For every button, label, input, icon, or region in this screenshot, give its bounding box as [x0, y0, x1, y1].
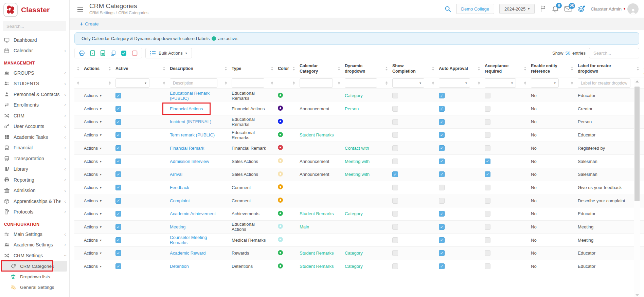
avatar[interactable]: [627, 3, 639, 15]
description-link[interactable]: Arrival: [170, 172, 182, 177]
active-checkbox[interactable]: [115, 159, 121, 164]
sort-icon[interactable]: [432, 67, 434, 71]
auto-approval-checkbox[interactable]: [439, 93, 445, 98]
show-completion-checkbox[interactable]: [392, 250, 398, 256]
filter-entity-reference-select[interactable]: ▾: [531, 78, 559, 88]
column-header-label-creator-dropdown[interactable]: Label for creator dropdown: [578, 63, 611, 74]
acceptance-required-checkbox[interactable]: [485, 198, 490, 204]
sidebar-item-academic-settings[interactable]: Academic Settings ‹: [0, 240, 69, 250]
sort-icon[interactable]: [524, 67, 526, 71]
sort-icon[interactable]: [225, 67, 227, 71]
csv-export-icon[interactable]: csv: [100, 50, 105, 56]
show-completion-checkbox[interactable]: [392, 145, 398, 151]
description-link[interactable]: Financial Remark: [170, 146, 204, 151]
bulk-actions-button[interactable]: Bulk Actions ▾: [145, 48, 192, 58]
row-actions-dropdown[interactable]: Actions▾: [84, 146, 102, 151]
description-link[interactable]: Complaint: [170, 198, 190, 203]
sort-icon[interactable]: [109, 81, 111, 85]
sidebar-item-enrollments[interactable]: Enrollments ‹: [0, 100, 69, 111]
filter-type-input[interactable]: [232, 78, 264, 88]
select-all-icon[interactable]: [121, 50, 127, 56]
row-actions-dropdown[interactable]: Actions▾: [84, 107, 102, 111]
sidebar-item-main-settings[interactable]: Main Settings ‹: [0, 229, 69, 240]
hamburger-menu-icon[interactable]: [77, 7, 83, 12]
description-link[interactable]: Feedback: [170, 185, 189, 190]
row-actions-dropdown[interactable]: Actions▾: [84, 93, 102, 98]
show-completion-checkbox[interactable]: [392, 93, 398, 98]
logo[interactable]: Classter: [0, 0, 69, 19]
description-link[interactable]: Detention: [170, 264, 189, 269]
column-header-calendar-category[interactable]: Calendar Category: [300, 63, 318, 74]
auto-approval-checkbox[interactable]: [439, 185, 445, 190]
sort-icon[interactable]: [338, 67, 340, 71]
show-completion-checkbox[interactable]: [392, 198, 398, 204]
filter-label-creator-input[interactable]: [578, 78, 630, 88]
sort-icon[interactable]: [271, 67, 273, 71]
description-link[interactable]: Incident (INTERNAL): [170, 119, 211, 124]
sidebar-item-crm-categories[interactable]: CRM Categories: [2, 261, 67, 272]
row-actions-dropdown[interactable]: Actions▾: [84, 119, 102, 124]
column-header-dynamic-dropdown[interactable]: Dynamic dropdown: [345, 63, 365, 74]
active-checkbox[interactable]: [115, 93, 121, 98]
active-checkbox[interactable]: [115, 237, 121, 243]
row-actions-dropdown[interactable]: Actions▾: [84, 172, 102, 177]
row-actions-dropdown[interactable]: Actions▾: [84, 199, 102, 203]
acceptance-required-checkbox[interactable]: [485, 132, 490, 138]
flag-icon[interactable]: [540, 5, 547, 13]
active-checkbox[interactable]: [115, 211, 121, 217]
active-checkbox[interactable]: [115, 119, 121, 125]
sidebar-item-crm[interactable]: CRM ‹: [0, 110, 69, 121]
sort-icon[interactable]: [163, 81, 165, 85]
period-dropdown[interactable]: 2024-2025▾: [499, 4, 535, 14]
description-link[interactable]: Academic Reward: [170, 250, 206, 256]
sort-icon[interactable]: [77, 67, 79, 71]
auto-approval-checkbox[interactable]: [439, 132, 445, 138]
sort-icon[interactable]: [571, 67, 573, 71]
active-checkbox[interactable]: [115, 263, 121, 269]
column-header-show-completion[interactable]: Show Completion: [392, 63, 416, 74]
acceptance-required-checkbox[interactable]: [485, 119, 490, 125]
auto-approval-checkbox[interactable]: [439, 198, 445, 204]
sort-icon[interactable]: [225, 81, 227, 85]
column-header-description[interactable]: Description: [170, 66, 193, 71]
row-actions-dropdown[interactable]: Actions▾: [84, 133, 102, 137]
description-link[interactable]: Counselor Meeting Remarks: [170, 235, 207, 245]
scrollbar-thumb[interactable]: [634, 87, 640, 201]
sort-icon[interactable]: [524, 81, 526, 85]
add-layers-icon[interactable]: [577, 5, 586, 13]
auto-approval-checkbox[interactable]: [439, 159, 445, 164]
sidebar-item-library[interactable]: Library ‹: [0, 164, 69, 175]
auto-approval-checkbox[interactable]: [439, 211, 445, 217]
row-actions-dropdown[interactable]: Actions▾: [84, 185, 102, 190]
sort-icon[interactable]: [109, 67, 111, 71]
active-checkbox[interactable]: [115, 250, 121, 256]
show-completion-checkbox[interactable]: [392, 119, 398, 125]
sidebar-item-crm-settings[interactable]: CRM Settings ‹: [0, 250, 69, 261]
acceptance-required-checkbox[interactable]: [485, 237, 490, 243]
show-completion-checkbox[interactable]: [392, 171, 398, 177]
filter-dynamic-dropdown-input[interactable]: [345, 78, 377, 88]
active-checkbox[interactable]: [115, 106, 121, 112]
auto-approval-checkbox[interactable]: [439, 106, 445, 112]
table-search-input[interactable]: [589, 48, 639, 58]
acceptance-required-checkbox[interactable]: [485, 250, 490, 256]
column-header-type[interactable]: Type: [232, 66, 241, 71]
row-actions-dropdown[interactable]: Actions▾: [84, 264, 102, 269]
sidebar-item-students[interactable]: STUDENTS ‹: [0, 78, 69, 89]
auto-approval-checkbox[interactable]: [439, 171, 445, 177]
sort-icon[interactable]: [571, 81, 573, 85]
row-actions-dropdown[interactable]: Actions▾: [84, 211, 102, 216]
show-completion-checkbox[interactable]: [392, 263, 398, 269]
filter-active-select[interactable]: ▾: [115, 78, 149, 88]
auto-approval-checkbox[interactable]: [439, 145, 445, 151]
sort-icon[interactable]: [163, 67, 165, 71]
column-header-enable-entity-reference[interactable]: Enable entity reference: [531, 63, 557, 74]
column-header-auto-approval[interactable]: Auto Approval: [439, 66, 468, 71]
active-checkbox[interactable]: [115, 224, 121, 230]
filter-show-completion-select[interactable]: ▾: [392, 78, 424, 88]
active-checkbox[interactable]: [115, 132, 121, 138]
description-link[interactable]: Meeting: [170, 224, 185, 229]
sidebar-item-general-settings[interactable]: General Settings: [0, 282, 69, 293]
sort-icon[interactable]: [432, 81, 434, 85]
sidebar-item-dashboard[interactable]: Dashboard: [0, 35, 69, 45]
